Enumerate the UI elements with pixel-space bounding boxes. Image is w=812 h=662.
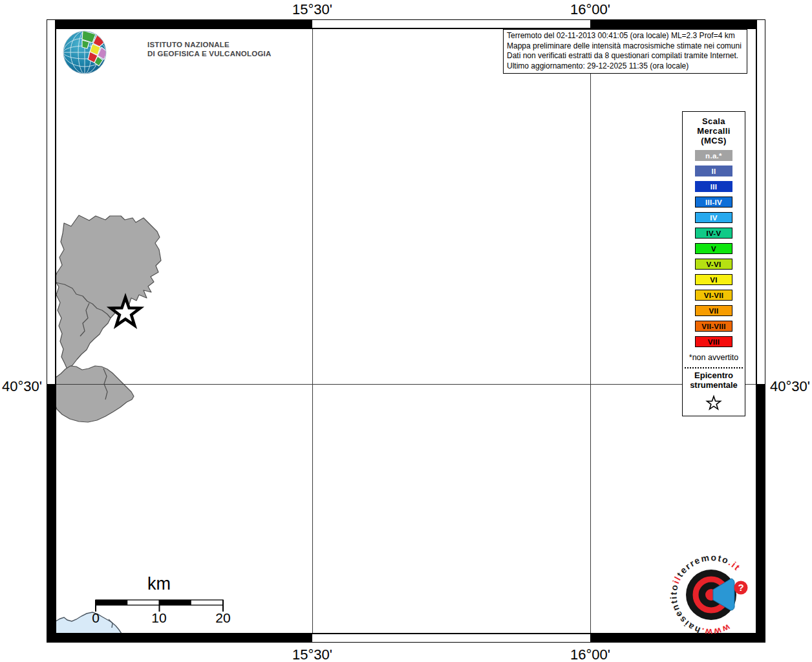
legend-title: Scala Mercalli (MCS) — [683, 116, 745, 145]
ingv-globe-logo — [63, 30, 107, 74]
legend-item-iii-iv: III-IV — [683, 197, 745, 208]
legend-item-na: n.a.* — [683, 150, 745, 161]
municipality-polygon-south — [56, 366, 134, 422]
epicenter-label-line2: strumentale — [683, 380, 745, 390]
intensity-label: VI-VII — [704, 292, 724, 299]
intensity-label: n.a.* — [705, 152, 722, 160]
intensity-label: VII-VIII — [701, 323, 726, 330]
legend-item-iv: IV — [683, 212, 745, 223]
info-data-line: Dati non verificati estratti da 8 questi… — [507, 51, 743, 61]
intensity-swatch: IV-V — [695, 228, 732, 239]
legend-item-ii: II — [683, 166, 745, 176]
ingv-wordmark: ISTITUTO NAZIONALE DI GEOFISICA E VULCAN… — [147, 40, 272, 58]
intensity-swatch: n.a.* — [695, 150, 732, 161]
axis-label-right: 40°30' — [769, 378, 811, 395]
intensity-label: V — [711, 245, 716, 253]
legend-item-v-vi: V-VI — [683, 259, 745, 270]
scale-tick-0: 0 — [80, 610, 112, 626]
map-frame — [47, 19, 765, 643]
info-event-line: Terremoto del 02-11-2013 00:41:05 (ora l… — [507, 31, 743, 41]
land-municipalities — [54, 215, 161, 422]
haisentitoilterremoto-logo: ? www.haisentitoilterremoto.it — [668, 552, 747, 637]
intensity-swatch: VIII — [695, 336, 732, 347]
intensity-swatch: V — [695, 243, 732, 254]
intensity-label: VII — [709, 307, 719, 315]
legend-item-vii-viii: VII-VIII — [683, 321, 745, 332]
intensity-label: II — [712, 167, 716, 175]
epicenter-star-icon — [704, 393, 723, 412]
intensity-swatch: VII — [695, 305, 732, 316]
intensity-swatch: VI-VII — [695, 290, 732, 301]
scale-tick-20: 20 — [207, 610, 239, 626]
legend-footnote: *non avvertito — [683, 353, 745, 362]
intensity-label: IV-V — [707, 230, 721, 237]
ingv-name-line2: DI GEOFISICA E VULCANOLOGIA — [147, 49, 272, 58]
mercalli-legend: Scala Mercalli (MCS) n.a.* II III III-IV… — [682, 111, 745, 416]
scale-tick-10: 10 — [143, 610, 175, 626]
epicenter-label-line1: Epicentro — [683, 370, 745, 380]
legend-item-viii: VIII — [683, 336, 745, 347]
epicenter-legend-label: Epicentro strumentale — [683, 370, 745, 390]
intensity-swatch: VI — [695, 274, 732, 285]
intensity-label: III — [710, 183, 718, 191]
legend-item-vi: VI — [683, 274, 745, 285]
legend-item-iv-v: IV-V — [683, 228, 745, 239]
ingv-name-line1: ISTITUTO NAZIONALE — [147, 40, 272, 49]
question-mark: ? — [738, 582, 743, 593]
legend-title-line2: Mercalli — [683, 126, 745, 136]
macroseismic-intensity-map: ? www.haisentitoilterremoto.it 15°30' 16… — [0, 0, 812, 662]
legend-title-line1: Scala — [683, 116, 745, 126]
intensity-swatch: IV — [695, 212, 732, 223]
legend-item-vi-vii: VI-VII — [683, 290, 745, 301]
municipality-polygon-north — [54, 215, 161, 369]
axis-label-bottom-right: 16°00' — [558, 646, 623, 662]
intensity-swatch: II — [695, 166, 732, 176]
intensity-label: V-VI — [707, 261, 721, 268]
intensity-label: III-IV — [705, 198, 722, 206]
intensity-swatch: III — [695, 181, 732, 192]
intensity-swatch: V-VI — [695, 259, 732, 270]
earthquake-info-box: Terremoto del 02-11-2013 00:41:05 (ora l… — [503, 29, 747, 74]
info-update-line: Ultimo aggiornamento: 29-12-2025 11:35 (… — [507, 61, 743, 72]
axis-label-top-left: 15°30' — [280, 1, 345, 18]
intensity-swatch: III-IV — [695, 197, 732, 208]
info-map-line: Mappa preliminare delle intensità macros… — [507, 41, 743, 52]
legend-item-vii: VII — [683, 305, 745, 316]
intensity-label: VI — [710, 276, 717, 284]
axis-label-top-right: 16°00' — [558, 1, 623, 18]
legend-item-iii: III — [683, 181, 745, 192]
graticule-lines — [56, 28, 756, 634]
legend-separator — [685, 367, 743, 368]
legend-title-line3: (MCS) — [683, 136, 745, 145]
intensity-swatch: VII-VIII — [695, 321, 732, 332]
axis-label-bottom-left: 15°30' — [280, 646, 345, 662]
intensity-label: IV — [710, 214, 717, 222]
scale-unit-label: km — [127, 574, 191, 594]
intensity-label: VIII — [708, 338, 720, 346]
legend-item-v: V — [683, 243, 745, 254]
axis-label-left: 40°30' — [1, 378, 43, 395]
